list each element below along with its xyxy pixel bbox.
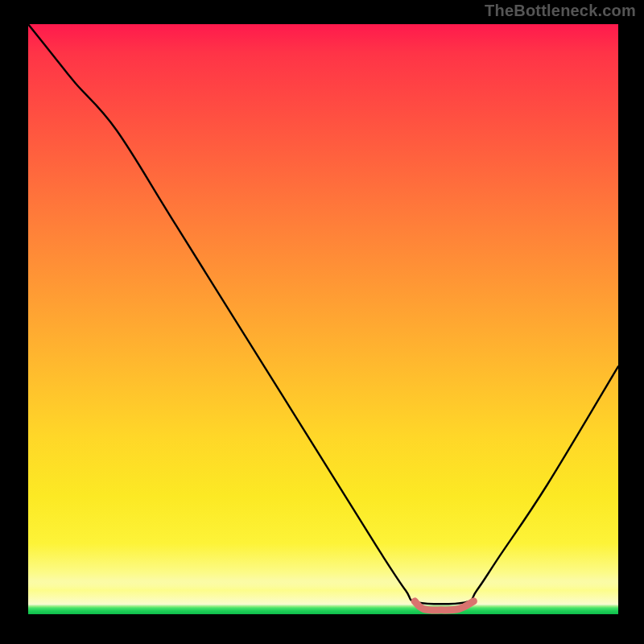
optimal-range-path	[415, 601, 473, 610]
page-root: TheBottleneck.com	[0, 0, 644, 644]
watermark-label: TheBottleneck.com	[485, 2, 636, 20]
bottleneck-chart	[28, 24, 618, 614]
curve-svg	[28, 24, 618, 614]
bottleneck-curve-path	[28, 24, 618, 604]
